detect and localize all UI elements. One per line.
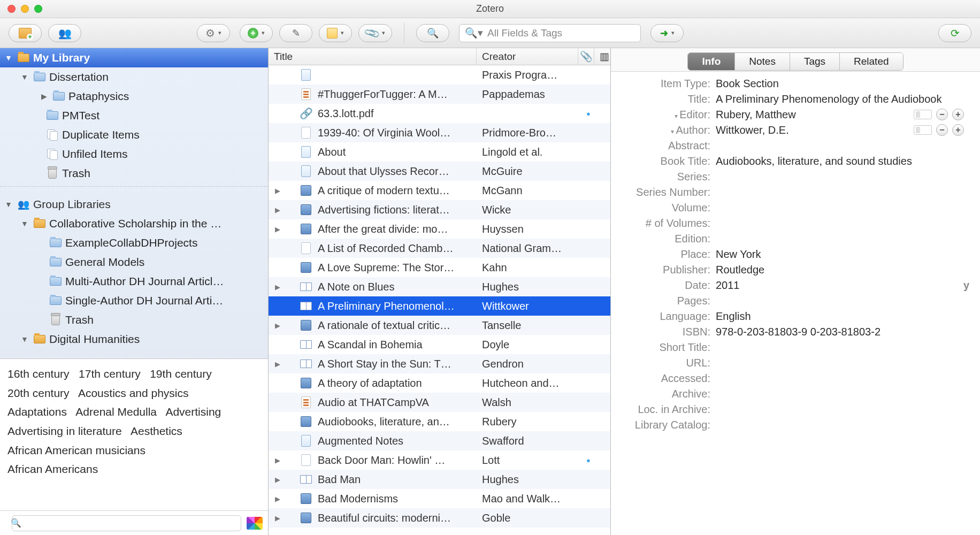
column-header-attachment[interactable]: 📎 xyxy=(578,48,594,65)
field-value-title[interactable]: A Preliminary Phenomenology of the Audio… xyxy=(716,93,969,105)
tag[interactable]: 20th century xyxy=(7,387,70,399)
tag[interactable]: Acoustics and physics xyxy=(78,387,189,399)
add-creator-button[interactable]: + xyxy=(952,124,964,136)
search-input[interactable]: 🔍▾ All Fields & Tags xyxy=(459,24,641,42)
disclosure-icon[interactable]: ▶ xyxy=(271,514,285,522)
item-row[interactable]: ▶Beautiful circuits: moderni…Goble xyxy=(269,508,610,528)
sidebar-item-collab[interactable]: ▼ Collaborative Scholarship in the … xyxy=(0,214,268,233)
disclosure-icon[interactable]: ▶ xyxy=(271,495,285,503)
tag-filter-input[interactable] xyxy=(12,515,241,531)
item-row[interactable]: ▶A Note on BluesHughes xyxy=(269,277,610,296)
tag[interactable]: African American musicians xyxy=(7,444,146,456)
new-group-button[interactable]: 👥 xyxy=(48,24,81,42)
creator-mode-toggle[interactable] xyxy=(914,110,932,119)
tag[interactable]: Advertising in literature xyxy=(7,425,122,437)
tag[interactable]: Aesthetics xyxy=(131,425,182,437)
creator-mode-toggle[interactable] xyxy=(914,125,932,135)
collections-tree[interactable]: ▼ My Library ▼ Dissertation ▶ Pataphysic… xyxy=(0,48,268,358)
item-row[interactable]: AboutLingold et al. xyxy=(269,142,610,162)
disclosure-icon[interactable]: ▶ xyxy=(271,225,285,233)
item-row[interactable]: ▶Bad ModernismsMao and Walk… xyxy=(269,489,610,508)
item-row[interactable]: A theory of adaptationHutcheon and… xyxy=(269,373,610,393)
item-row[interactable]: ▶After the great divide: mo…Huyssen xyxy=(269,219,610,239)
sidebar-item-pmtest[interactable]: PMTest xyxy=(0,106,268,125)
locate-button[interactable]: ➜▾ xyxy=(650,24,684,42)
items-list[interactable]: Praxis Progra…#ThuggerForTugger: A M…Pap… xyxy=(269,65,610,535)
column-header-creator[interactable]: Creator xyxy=(477,48,578,65)
tag-color-menu[interactable] xyxy=(247,517,263,530)
add-attachment-button[interactable]: 📎▾ xyxy=(358,24,392,42)
tab-tags[interactable]: Tags xyxy=(790,53,840,70)
tab-info[interactable]: Info xyxy=(688,53,735,70)
disclosure-icon[interactable]: ▶ xyxy=(271,322,285,330)
sync-button[interactable]: ⟳ xyxy=(938,24,971,42)
tag[interactable]: Adrenal Medulla xyxy=(75,406,157,418)
item-row[interactable]: Praxis Progra… xyxy=(269,65,610,85)
disclosure-icon[interactable]: ▶ xyxy=(271,283,285,291)
add-by-identifier-button[interactable]: ✎ xyxy=(279,24,312,42)
disclosure-icon[interactable]: ▶ xyxy=(271,187,285,195)
item-row[interactable]: A List of Recorded Chamb…National Gram… xyxy=(269,239,610,258)
disclosure-icon[interactable]: ▶ xyxy=(271,206,285,214)
column-picker-button[interactable]: ▥ xyxy=(594,48,610,65)
item-row[interactable]: Audiobooks, literature, an…Rubery xyxy=(269,412,610,431)
item-row[interactable]: A Scandal in BohemiaDoyle xyxy=(269,335,610,354)
tag[interactable]: 17th century xyxy=(79,368,141,380)
item-row[interactable]: About that Ulysses Recor…McGuire xyxy=(269,162,610,181)
sidebar-item-excollab[interactable]: ExampleCollabDHProjects xyxy=(0,233,268,253)
tag[interactable]: 16th century xyxy=(7,368,70,380)
item-row[interactable]: ▶A rationale of textual critic…Tanselle xyxy=(269,316,610,335)
item-row[interactable]: ▶Advertising fictions: literat…Wicke xyxy=(269,200,610,219)
remove-creator-button[interactable]: − xyxy=(936,109,948,120)
new-note-button[interactable]: ▾ xyxy=(319,24,352,42)
item-row[interactable]: 🔗63.3.lott.pdf● xyxy=(269,104,610,123)
sidebar-item-general-models[interactable]: General Models xyxy=(0,253,268,272)
item-row[interactable]: Audio at THATCampVAWalsh xyxy=(269,393,610,412)
field-value-publisher[interactable]: Routledge xyxy=(716,264,969,276)
field-value-isbn[interactable]: 978-0-203-81803-9 0-203-81803-2 xyxy=(716,326,969,338)
sidebar-item-duplicates[interactable]: Duplicate Items xyxy=(0,125,268,144)
disclosure-icon[interactable]: ▶ xyxy=(271,476,285,484)
field-value-author[interactable]: Wittkower, D.E. xyxy=(716,124,914,136)
sidebar-item-trash[interactable]: Trash xyxy=(0,164,268,183)
disclosure-icon[interactable]: ▼ xyxy=(19,219,30,228)
disclosure-icon[interactable]: ▼ xyxy=(19,73,30,81)
field-value-book-title[interactable]: Audiobooks, literature, and sound studie… xyxy=(716,155,969,167)
tab-notes[interactable]: Notes xyxy=(735,53,790,70)
sidebar-item-pataphysics[interactable]: ▶ Pataphysics xyxy=(0,87,268,106)
sidebar-item-unfiled[interactable]: Unfiled Items xyxy=(0,144,268,164)
field-value-item-type[interactable]: Book Section xyxy=(716,78,969,90)
sidebar-item-group-trash[interactable]: Trash xyxy=(0,310,268,330)
disclosure-icon[interactable]: ▶ xyxy=(271,360,285,368)
tag[interactable]: Adaptations xyxy=(7,406,67,418)
disclosure-icon[interactable]: ▼ xyxy=(3,200,14,209)
item-row[interactable]: ▶A critique of modern textu…McGann xyxy=(269,181,610,200)
tag[interactable]: African Americans xyxy=(7,463,98,475)
item-row[interactable]: A Preliminary Phenomenol…Wittkower xyxy=(269,296,610,316)
tag[interactable]: Advertising xyxy=(165,406,221,418)
sidebar-item-multi-author[interactable]: Multi-Author DH Journal Articl… xyxy=(0,272,268,291)
disclosure-icon[interactable]: ▶ xyxy=(271,456,285,464)
item-row[interactable]: #ThuggerForTugger: A M…Pappademas xyxy=(269,85,610,104)
field-label-editor[interactable]: ▾ Editor: xyxy=(611,109,716,121)
disclosure-icon[interactable]: ▼ xyxy=(19,335,30,343)
field-value-date[interactable]: 2011 xyxy=(716,279,953,292)
sidebar-my-library[interactable]: ▼ My Library xyxy=(0,48,268,67)
item-row[interactable]: ▶Back Door Man: Howlin' …Lott● xyxy=(269,450,610,470)
item-row[interactable]: 1939-40: Of Virginia Wool…Pridmore-Bro… xyxy=(269,123,610,142)
advanced-search-button[interactable]: 🔍 xyxy=(416,24,449,42)
tag-selector[interactable]: 16th century 17th century 19th century 2… xyxy=(0,358,268,510)
disclosure-icon[interactable]: ▶ xyxy=(39,92,49,101)
item-row[interactable]: Augmented NotesSwafford xyxy=(269,431,610,450)
column-header-title[interactable]: Title xyxy=(269,48,477,65)
disclosure-icon[interactable]: ▼ xyxy=(3,54,14,62)
item-row[interactable]: A Love Supreme: The Stor…Kahn xyxy=(269,258,610,277)
new-item-button[interactable]: ▾ xyxy=(240,24,273,42)
item-row[interactable]: ▶A Short Stay in the Sun: T…Gendron xyxy=(269,354,610,373)
field-value-place[interactable]: New York xyxy=(716,248,969,261)
remove-creator-button[interactable]: − xyxy=(936,124,948,136)
add-creator-button[interactable]: + xyxy=(952,109,964,120)
sidebar-item-single-author[interactable]: Single-Author DH Journal Arti… xyxy=(0,291,268,310)
tag[interactable]: 19th century xyxy=(150,368,212,380)
item-row[interactable]: ▶Bad ManHughes xyxy=(269,470,610,489)
